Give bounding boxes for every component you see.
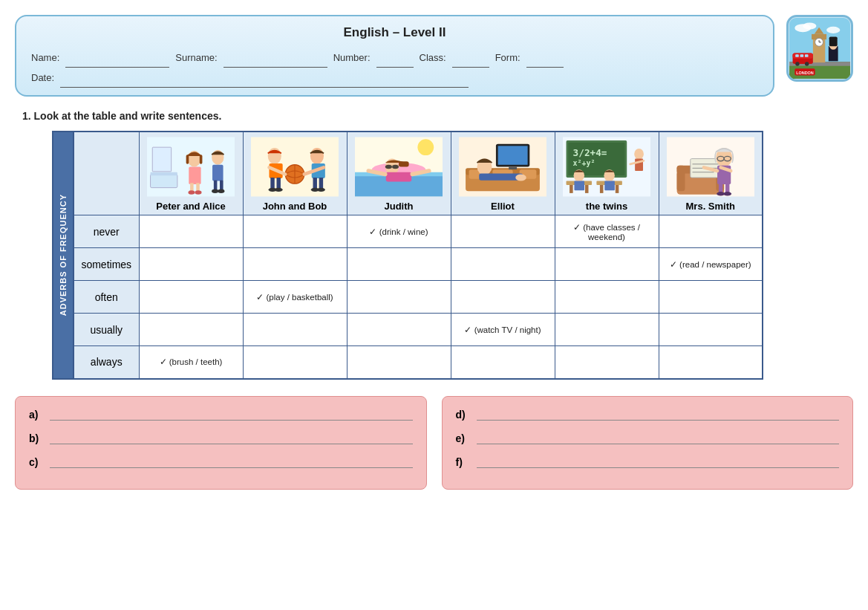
person-header-john: John and Bob [243,132,347,215]
instructions: 1. Look at the table and write sentences… [15,110,853,122]
cell-usually-twins [555,314,659,346]
cell-never-mrs-smith [659,215,763,248]
cell-sometimes-peter [139,248,243,281]
svg-text:3/2+4=: 3/2+4= [573,147,607,158]
cell-usually-mrs-smith [659,314,763,346]
svg-point-69 [385,165,392,169]
cell-usually-judith [347,314,451,346]
person-header-elliot: Elliot [451,132,555,215]
table-row-always: always ✓ (brush / teeth) [74,346,763,379]
john-bob-illustration [251,135,339,198]
mrs-smith-illustration [667,135,754,198]
svg-rect-16 [805,54,809,57]
svg-rect-66 [386,172,411,182]
cell-never-elliot [451,215,555,248]
form-label: Form: [495,48,521,68]
svg-rect-94 [616,185,619,193]
svg-rect-37 [212,165,223,181]
answer-label-e: e) [456,432,472,444]
svg-point-34 [188,190,195,194]
cell-often-john: ✓ (play / basketball) [243,281,347,314]
surname-field[interactable] [223,48,327,68]
cell-usually-elliot: ✓ (watch TV / night) [451,314,555,346]
cell-often-elliot [451,281,555,314]
svg-rect-21 [829,37,838,47]
answer-underline-d[interactable] [477,407,840,421]
form-field[interactable] [526,48,564,68]
person-header-mrs-smith: Mrs. Smith [659,132,763,215]
cell-often-twins [555,281,659,314]
header-title: English – Level II [31,25,758,40]
answer-underline-a[interactable] [50,407,413,421]
svg-text:x²+y²: x²+y² [573,159,595,167]
cell-sometimes-judith [347,248,451,281]
class-label: Class: [420,48,446,68]
svg-rect-93 [600,185,604,193]
svg-point-99 [634,149,644,160]
cell-often-peter [139,281,243,314]
class-field[interactable] [452,48,489,68]
svg-point-3 [826,27,840,33]
svg-point-70 [392,165,399,169]
svg-point-8 [815,38,823,46]
svg-rect-27 [152,147,171,172]
adverb-sometimes: sometimes [74,248,139,281]
svg-point-17 [795,62,799,65]
svg-rect-15 [800,54,804,57]
adverbs-vertical-label: ADVERBS OF FREQUENCY [52,131,73,380]
svg-point-41 [218,189,224,192]
svg-text:LONDON: LONDON [796,71,814,75]
svg-rect-80 [509,167,517,170]
cell-always-twins [555,346,659,379]
answer-line-e: e) [456,431,840,444]
answer-underline-e[interactable] [477,431,840,444]
cell-sometimes-mrs-smith: ✓ (read / newspaper) [659,248,763,281]
name-field[interactable] [65,48,169,68]
table-row-often: often ✓ (play / basketball) [74,281,763,314]
svg-point-18 [805,62,809,65]
svg-rect-14 [795,54,799,57]
date-field[interactable] [60,68,469,88]
adverb-always: always [74,346,139,379]
table-row-sometimes: sometimes ✓ (read / newspaper) [74,248,763,281]
cell-never-john [243,215,347,248]
adverb-often: often [74,281,139,314]
date-label: Date: [31,68,54,88]
frequency-table: Peter and Alice [73,131,763,380]
person-header-judith: Judith [347,132,451,215]
answer-line-b: b) [29,431,413,444]
answer-line-f: f) [456,455,840,468]
svg-rect-30 [186,155,189,164]
cell-always-john [243,346,347,379]
adverb-header-empty [74,132,139,215]
svg-rect-26 [151,172,177,176]
answer-underline-f[interactable] [477,455,840,468]
table-wrapper: ADVERBS OF FREQUENCY [52,131,853,380]
cell-usually-peter [139,314,243,346]
number-field[interactable] [376,48,414,68]
cell-usually-john [243,314,347,346]
number-label: Number: [333,48,371,68]
answer-underline-c[interactable] [50,455,413,468]
london-illustration: LONDON [789,18,850,79]
header-area: English – Level II Name: Surname: Number… [15,15,853,97]
judith-illustration [355,135,443,198]
svg-rect-91 [585,185,589,193]
answer-box-left: a) b) c) [15,396,427,490]
table-row-never: never ✓ (drink / wine) ✓ (have classes /… [74,215,763,248]
cell-often-judith [347,281,451,314]
answer-label-a: a) [29,409,45,421]
svg-point-118 [723,192,731,195]
person-name-elliot: Elliot [491,201,515,212]
svg-point-51 [275,188,283,192]
person-name-john: John and Bob [263,201,327,212]
peter-alice-illustration [147,135,235,198]
name-label: Name: [31,48,59,68]
svg-rect-105 [676,166,685,191]
answer-underline-b[interactable] [50,431,413,444]
person-header-peter: Peter and Alice [139,132,243,215]
cell-always-judith [347,346,451,379]
svg-rect-116 [725,183,729,193]
cell-always-peter: ✓ (brush / teeth) [139,346,243,379]
cell-sometimes-elliot [451,248,555,281]
